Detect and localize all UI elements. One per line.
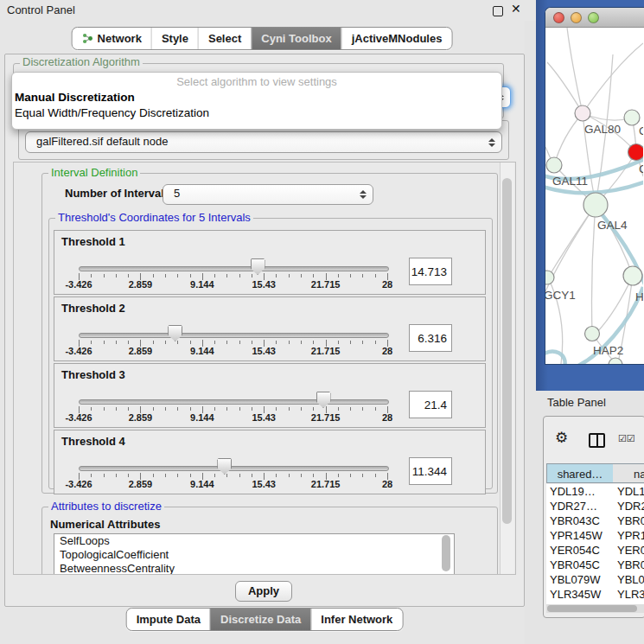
network-node-label: HAP2: [593, 344, 623, 357]
horizontal-scrollbar[interactable]: [546, 604, 644, 613]
network-window-titlebar[interactable]: [545, 8, 644, 28]
close-traffic-light-icon[interactable]: [553, 12, 564, 23]
threshold-value-field[interactable]: 6.316: [409, 324, 452, 352]
attribute-item-selfloops[interactable]: SelfLoops: [54, 534, 454, 548]
threshold-value-field[interactable]: 21.4: [409, 391, 452, 418]
tab-select[interactable]: Select: [198, 28, 251, 49]
settings-scroll-area: Interval Definition Number of Intervals …: [13, 162, 516, 575]
slider-track[interactable]: [79, 466, 389, 471]
tick-mark: [214, 341, 215, 344]
tick-label: 21.715: [300, 479, 352, 489]
slider-thumb[interactable]: [168, 325, 182, 341]
list-scrollbar-thumb[interactable]: [442, 535, 450, 571]
tab-cyni-toolbox[interactable]: Cyni Toolbox: [251, 28, 341, 49]
network-node-gal80[interactable]: [575, 105, 590, 121]
vertical-scrollbar[interactable]: [500, 163, 514, 574]
table-row[interactable]: YPR145WYPR14: [546, 528, 644, 543]
table-row[interactable]: YBL079WYBL07: [546, 572, 644, 587]
tab-network[interactable]: Network: [73, 28, 151, 49]
network-node-h[interactable]: [623, 266, 642, 285]
tab-style[interactable]: Style: [151, 28, 198, 49]
tab-label: Impute Data: [137, 613, 201, 626]
tick-mark: [91, 407, 92, 411]
table-row[interactable]: YER054CYER05: [546, 543, 644, 558]
zoom-traffic-light-icon[interactable]: [588, 12, 599, 23]
network-node-label: GA: [639, 124, 643, 137]
table-panel: ⚙ ☑☑ shared… na YDL19…YDL19YDR27…YDR27YB…: [543, 416, 644, 618]
number-of-intervals-combo[interactable]: 5: [163, 184, 373, 205]
network-node-node-partial[interactable]: [609, 358, 622, 364]
cell-shared-name: YBR043C: [550, 514, 600, 527]
threshold-label: Threshold 1: [61, 235, 125, 248]
tick-mark: [165, 274, 166, 277]
tick-mark: [252, 407, 252, 411]
vertical-scrollbar-thumb[interactable]: [502, 178, 512, 524]
attribute-item-topologicalcoefficient[interactable]: TopologicalCoefficient: [54, 548, 454, 562]
list-scrollbar[interactable]: [441, 534, 451, 573]
table-row[interactable]: YLR345WYLR34: [546, 587, 644, 602]
network-edge: [592, 205, 596, 334]
horizontal-scrollbar-thumb[interactable]: [547, 605, 637, 612]
control-panel-titlebar: Control Panel ✕: [0, 0, 536, 21]
bottom-tab-bar: Impute DataDiscretize DataInfer Network: [126, 608, 404, 631]
menu-item-equal-width-frequency[interactable]: Equal Width/Frequency Discretization: [15, 106, 209, 119]
network-node-hap2[interactable]: [585, 327, 600, 341]
slider-track[interactable]: [79, 333, 389, 338]
tick-mark: [104, 274, 105, 277]
cell-name: YDR27: [617, 500, 644, 513]
table-data-combo[interactable]: galFiltered.sif default node: [25, 131, 502, 153]
tab-discretize-data[interactable]: Discretize Data: [210, 609, 310, 630]
cell-shared-name: YER054C: [550, 544, 600, 557]
slider-thumb[interactable]: [217, 458, 232, 475]
tab-jactivemnodules[interactable]: jActiveMNodules: [341, 28, 452, 49]
column-header-name[interactable]: na: [613, 463, 644, 483]
tick-mark: [252, 274, 252, 277]
tab-impute-data[interactable]: Impute Data: [127, 609, 210, 630]
tick-mark: [276, 474, 277, 477]
close-icon[interactable]: ✕: [511, 2, 521, 16]
checkbox-filter-icons[interactable]: ☑☑: [618, 433, 635, 444]
tick-label: 28: [361, 479, 413, 489]
table-row[interactable]: YBR045CYBR04: [546, 558, 644, 572]
network-node-gal4[interactable]: [583, 193, 608, 217]
minimize-traffic-light-icon[interactable]: [571, 12, 582, 23]
tab-label: Cyni Toolbox: [261, 32, 331, 45]
network-view-window: GAL80GACGAL11GAL4GCY1HHAP2: [545, 7, 644, 365]
threshold-panel-4: Threshold 4-3.4262.8599.14415.4321.71528…: [54, 430, 486, 494]
cell-name: YER05: [617, 544, 644, 557]
table-row[interactable]: YBR043CYBR04: [546, 513, 644, 528]
tick-mark: [128, 341, 129, 344]
cell-name: YBL07: [617, 573, 644, 586]
network-node-gal11[interactable]: [546, 157, 562, 173]
tab-label: Style: [162, 32, 188, 45]
tick-mark: [116, 341, 117, 344]
tick-mark: [239, 474, 240, 477]
network-node-ga[interactable]: [624, 110, 640, 125]
table-row[interactable]: YDL19…YDL19: [546, 484, 644, 499]
network-canvas[interactable]: GAL80GACGAL11GAL4GCY1HHAP2: [545, 28, 643, 364]
float-window-icon[interactable]: [493, 6, 503, 16]
column-layout-icon[interactable]: [589, 433, 605, 448]
network-node-c[interactable]: [628, 144, 644, 161]
apply-button[interactable]: Apply: [235, 581, 292, 602]
tick-mark: [226, 474, 227, 477]
slider-track[interactable]: [79, 399, 389, 405]
column-header-shared-name[interactable]: shared…: [546, 463, 614, 483]
network-node-gcy1[interactable]: [545, 271, 554, 284]
slider-thumb[interactable]: [316, 392, 331, 408]
tick-label: 9.144: [176, 279, 228, 290]
gear-icon[interactable]: ⚙: [555, 429, 568, 446]
network-edge-thick: [545, 352, 565, 364]
tick-mark: [338, 274, 339, 277]
threshold-value-field[interactable]: 11.344: [409, 457, 452, 485]
slider-thumb[interactable]: [251, 258, 265, 275]
menu-item-manual-discretization[interactable]: Manual Discretization: [15, 91, 135, 104]
tick-mark: [91, 474, 92, 477]
slider-track[interactable]: [79, 266, 389, 271]
tab-infer-network[interactable]: Infer Network: [310, 609, 402, 630]
table-row[interactable]: YDR27…YDR27: [546, 499, 644, 513]
threshold-value-field[interactable]: 14.713: [409, 258, 452, 285]
tick-label: -3.426: [53, 279, 105, 290]
attribute-item-betweennesscentrality[interactable]: BetweennessCentrality: [54, 562, 454, 575]
tick-label: 2.859: [114, 279, 166, 290]
